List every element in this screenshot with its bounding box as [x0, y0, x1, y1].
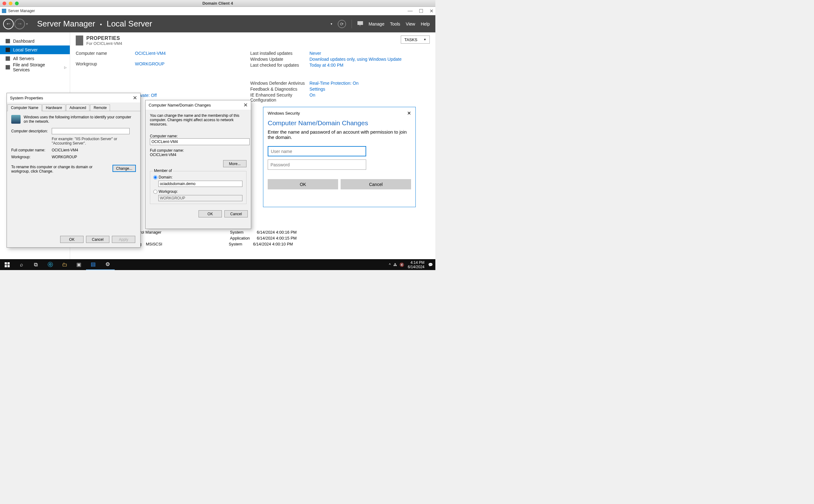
taskbar: ⌕ ⧉ ⓔ 🗀 ▣ ▤ ⚙ ^ 🖧 🔇 4:14 PM 6/14/2024 💬 — [0, 259, 436, 270]
menu-manage[interactable]: Manage — [369, 21, 384, 26]
svg-rect-3 — [7, 265, 10, 267]
prop-label: Computer name — [76, 51, 135, 60]
dialog-heading: Computer Name/Domain Changes — [263, 117, 416, 129]
tab-computer-name[interactable]: Computer Name — [7, 104, 42, 111]
dialog-info-text: Windows uses the following information t… — [24, 115, 136, 124]
server-manager-taskbar-icon[interactable]: ▤ — [86, 259, 100, 270]
refresh-icon[interactable]: ⟳ — [338, 20, 346, 28]
task-view-icon[interactable]: ⧉ — [29, 259, 43, 270]
sidebar-item-file-storage[interactable]: File and Storage Services ▷ — [0, 63, 70, 72]
more-button[interactable]: More... — [223, 160, 246, 167]
menu-tools[interactable]: Tools — [390, 21, 400, 26]
ok-button[interactable]: OK — [60, 236, 83, 243]
event-datetime: 6/14/2024 4:00:16 PM — [257, 230, 307, 235]
sidebar-label: File and Storage Services — [13, 62, 61, 72]
menu-view[interactable]: View — [406, 21, 415, 26]
close-icon[interactable]: ✕ — [243, 102, 248, 108]
sidebar-item-all-servers[interactable]: All Servers — [0, 54, 70, 63]
domain-input[interactable] — [158, 181, 242, 187]
cancel-button[interactable]: Cancel — [224, 210, 248, 217]
ok-button[interactable]: OK — [268, 179, 338, 189]
sidebar-item-local-server[interactable]: Local Server — [0, 45, 70, 54]
member-of-label: Member of — [153, 169, 173, 173]
sidebar-label: All Servers — [13, 56, 34, 61]
dropdown-icon[interactable]: ▾ — [331, 22, 332, 26]
window-title: Server Manager — [8, 9, 35, 13]
chevron-down-icon: ▼ — [424, 38, 426, 41]
tabs: Computer Name Hardware Advanced Remote — [7, 102, 140, 111]
prop-value-antivirus[interactable]: Real-Time Protection: On — [309, 81, 430, 86]
action-center-icon[interactable]: 💬 — [428, 263, 433, 267]
tray-chevron-icon[interactable]: ^ — [389, 263, 391, 267]
prop-label: Windows Defender Antivirus — [250, 81, 309, 86]
description-input[interactable] — [52, 128, 130, 134]
mac-minimize-button[interactable] — [9, 2, 12, 5]
prop-value-ie-esc[interactable]: On — [309, 93, 430, 102]
full-name-label: Full computer name: — [150, 148, 246, 153]
event-source: MSiSCSI — [146, 242, 229, 246]
workgroup-radio[interactable] — [153, 190, 157, 194]
dialog-body-text: Enter the name and password of an accoun… — [268, 129, 411, 140]
event-log: System — [230, 230, 254, 235]
close-icon[interactable]: ✕ — [133, 95, 137, 101]
username-input[interactable] — [268, 146, 366, 156]
prop-label: Last installed updates — [250, 51, 309, 56]
start-button[interactable] — [0, 259, 14, 270]
server-manager-icon — [2, 9, 6, 13]
ie-icon[interactable]: ⓔ — [43, 259, 57, 270]
tab-hardware[interactable]: Hardware — [42, 104, 65, 111]
notifications-flag-icon[interactable] — [357, 21, 363, 27]
cancel-button[interactable]: Cancel — [86, 236, 109, 243]
prop-value-last-checked[interactable]: Today at 4:00 PM — [309, 63, 430, 68]
prop-value-computer-name[interactable]: OCICLient-VM4 — [135, 51, 250, 60]
mac-maximize-button[interactable] — [15, 2, 19, 5]
password-input[interactable] — [268, 159, 366, 170]
ok-button[interactable]: OK — [198, 210, 222, 217]
network-icon[interactable]: 🖧 — [393, 263, 397, 267]
search-icon[interactable]: ⌕ — [14, 259, 29, 270]
breadcrumb: Server Manager • Local Server — [37, 19, 152, 29]
nav-forward-button[interactable]: → — [14, 19, 25, 29]
full-name-value: OCICLient-VM4 — [150, 153, 246, 157]
tab-remote[interactable]: Remote — [90, 104, 110, 111]
apply-button[interactable]: Apply — [112, 236, 135, 243]
change-button[interactable]: Change... — [112, 165, 136, 172]
prop-value-last-updates[interactable]: Never — [309, 51, 430, 56]
prop-label: Last checked for updates — [250, 63, 309, 68]
sidebar-item-dashboard[interactable]: Dashboard — [0, 37, 70, 45]
svg-rect-0 — [5, 262, 7, 264]
maximize-icon[interactable]: ☐ — [419, 8, 423, 14]
properties-title: PROPERTIES — [86, 36, 122, 41]
dialog-info-text: You can change the name and the membersh… — [150, 113, 246, 126]
volume-muted-icon[interactable]: 🔇 — [399, 263, 404, 267]
close-icon[interactable]: ✕ — [407, 110, 411, 116]
powershell-icon[interactable]: ▣ — [72, 259, 86, 270]
mac-close-button[interactable] — [2, 2, 6, 5]
dialog-titlebar: Computer Name/Domain Changes ✕ — [145, 100, 251, 110]
breadcrumb-root[interactable]: Server Manager — [37, 19, 95, 28]
description-label: Computer description: — [11, 129, 52, 133]
tasks-dropdown[interactable]: TASKS ▼ — [401, 36, 430, 44]
nav-back-button[interactable]: ← — [3, 19, 14, 29]
workgroup-label: Workgroup: — [11, 155, 52, 159]
description-hint: For example: "IIS Production Server" or … — [52, 137, 136, 145]
close-icon[interactable]: ✕ — [430, 8, 434, 14]
minimize-icon[interactable]: — — [408, 8, 413, 14]
header-bar: ← → ▾ Server Manager • Local Server ▾ ⟳ … — [0, 15, 436, 32]
menu-help[interactable]: Help — [421, 21, 430, 26]
tab-advanced[interactable]: Advanced — [66, 104, 89, 111]
prop-value-workgroup[interactable]: WORKGROUP — [135, 61, 250, 71]
sidebar-label: Local Server — [13, 47, 38, 52]
prop-value-windows-update[interactable]: Download updates only, using Windows Upd… — [309, 57, 430, 62]
computer-icon — [11, 115, 21, 124]
properties-subtitle: For OCICLient-VM4 — [86, 41, 122, 46]
cancel-button[interactable]: Cancel — [340, 179, 411, 189]
computer-name-input[interactable] — [150, 138, 250, 145]
server-icon — [6, 48, 10, 52]
nav-dropdown-icon[interactable]: ▾ — [26, 22, 28, 26]
domain-radio[interactable] — [153, 175, 157, 179]
explorer-icon[interactable]: 🗀 — [57, 259, 72, 270]
clock[interactable]: 4:14 PM 6/14/2024 — [408, 260, 425, 269]
system-dialog-taskbar-icon[interactable]: ⚙ — [100, 259, 115, 270]
prop-value-feedback[interactable]: Settings — [309, 87, 430, 92]
